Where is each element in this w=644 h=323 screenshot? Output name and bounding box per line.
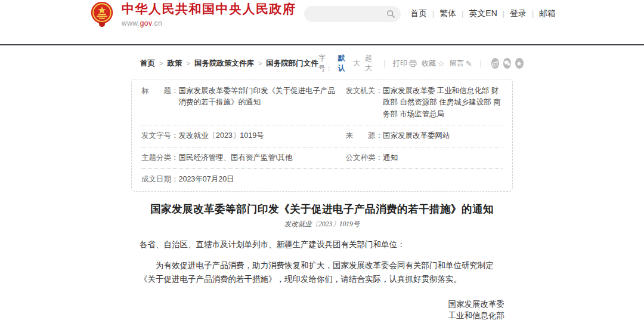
breadcrumb-separator: >	[186, 60, 190, 67]
wechat-icon	[504, 60, 511, 67]
search-box[interactable]	[304, 6, 401, 22]
nav-traditional[interactable]: 繁体	[439, 8, 456, 19]
salutation: 各省、自治区、直辖市及计划单列市、新疆生产建设兵团有关部门和单位：	[140, 238, 504, 251]
printer-icon	[409, 60, 417, 67]
breadcrumb-policy-library[interactable]: 国务院政策文件库	[194, 59, 254, 69]
brand-text: 中华人民共和国中央人民政府 www.gov.cn	[122, 1, 296, 27]
breadcrumb-policy[interactable]: 政策	[167, 59, 182, 69]
document-article: 国家发展改革委等部门印发《关于促进电子产品消费的若干措施》的通知 发改就业〔20…	[131, 202, 513, 323]
star-badge-icon	[516, 60, 522, 67]
toolbar-separator: |	[383, 59, 385, 67]
nav-home[interactable]: 首页	[410, 8, 427, 19]
meta-date-label: 成文日期：	[141, 174, 179, 185]
meta-issuer-label: 发文机关：	[345, 85, 383, 97]
top-navigation: 首页 | 繁体 | 英文EN | 登录 | 邮箱	[410, 8, 556, 19]
meta-row-refno: 发文字号： 发改就业〔2023〕1019号 来 源： 国家发展改革委网站	[141, 125, 503, 147]
meta-category-label: 主题分类：	[141, 152, 179, 164]
breadcrumb-separator: >	[258, 60, 262, 67]
site-header: 中华人民共和国中央人民政府 www.gov.cn 首页 | 繁体 | 英文EN …	[0, 0, 644, 44]
signature-line: 工业和信息化部	[140, 310, 504, 321]
meta-source-label: 来 源：	[345, 130, 383, 141]
meta-date-value: 2023年07月20日	[179, 174, 234, 185]
meta-refno-label: 发文字号：	[141, 130, 179, 141]
search-icon[interactable]	[386, 10, 395, 19]
fontsize-large-button[interactable]: 大	[353, 59, 360, 69]
site-url: www.gov.cn	[122, 19, 296, 27]
nav-mailbox[interactable]: 邮箱	[539, 8, 556, 19]
nav-separator: |	[432, 10, 434, 18]
meta-row-category: 主题分类： 国民经济管理、国有资产监管\其他 公文种类： 通知	[141, 147, 503, 169]
document-meta-table: 标 题： 国家发展改革委等部门印发《关于促进电子产品消费的若干措施》的通知 发文…	[131, 79, 513, 192]
breadcrumb-home[interactable]: 首页	[140, 59, 155, 69]
meta-doctype-label: 公文种类：	[345, 152, 383, 164]
meta-doctype-value: 通知	[383, 152, 398, 164]
site-logo-link[interactable]: 中华人民共和国中央人民政府 www.gov.cn	[88, 0, 296, 27]
meta-row-title: 标 题： 国家发展改革委等部门印发《关于促进电子产品消费的若干措施》的通知 发文…	[141, 81, 503, 125]
breadcrumb-department-docs[interactable]: 国务院部门文件	[266, 59, 318, 69]
meta-source-value: 国家发展改革委网站	[383, 130, 450, 141]
pencil-icon: ✎	[466, 59, 472, 68]
fontsize-label: 字号：	[318, 53, 335, 73]
main-content: 首页 > 政策 > 国务院政策文件库 > 国务院部门文件 字号： 默认 大 超大…	[131, 53, 513, 323]
fontsize-xlarge-button[interactable]: 超大	[365, 53, 376, 73]
comment-button[interactable]: 留言 ✎	[450, 59, 472, 69]
print-button[interactable]: 打印	[393, 59, 417, 69]
signature-line: 国家发展改革委	[140, 299, 504, 310]
breadcrumb-separator: >	[159, 60, 163, 67]
document-title: 国家发展改革委等部门印发《关于促进电子产品消费的若干措施》的通知	[140, 202, 504, 216]
favorite-button[interactable]: 收藏 ☆	[422, 59, 445, 69]
body-paragraph: 为有效促进电子产品消费，助力消费恢复和扩大，国家发展改革委会同有关部门和单位研究…	[140, 259, 504, 287]
meta-cell-doctype: 公文种类： 通知	[345, 152, 503, 164]
meta-cell-title: 标 题： 国家发展改革委等部门印发《关于促进电子产品消费的若干措施》的通知	[141, 85, 345, 120]
meta-cell-date: 成文日期： 2023年07月20日	[141, 174, 345, 185]
meta-row-date: 成文日期： 2023年07月20日	[141, 169, 503, 190]
page: 中华人民共和国中央人民政府 www.gov.cn 首页 | 繁体 | 英文EN …	[0, 0, 644, 323]
meta-cell-issuer: 发文机关： 国家发展改革委 工业和信息化部 财政部 自然资源部 住房城乡建设部 …	[345, 85, 503, 120]
meta-category-value: 国民经济管理、国有资产监管\其他	[179, 152, 293, 164]
breadcrumb-toolbar-row: 首页 > 政策 > 国务院政策文件库 > 国务院部门文件 字号： 默认 大 超大…	[131, 53, 513, 73]
meta-title-label: 标 题：	[141, 85, 179, 97]
fontsize-default-button[interactable]: 默认	[338, 53, 348, 73]
meta-cell-source: 来 源： 国家发展改革委网站	[345, 130, 503, 141]
nav-separator: |	[462, 10, 463, 18]
star-icon: ☆	[438, 59, 445, 68]
nav-english[interactable]: 英文EN	[469, 8, 497, 19]
meta-cell-refno: 发文字号： 发改就业〔2023〕1019号	[141, 130, 345, 141]
site-title: 中华人民共和国中央人民政府	[122, 1, 296, 17]
header-divider	[0, 44, 644, 45]
wechat-share-button[interactable]	[503, 58, 511, 69]
nav-login[interactable]: 登录	[510, 8, 527, 19]
national-emblem-icon	[88, 0, 116, 27]
favorite-share-button[interactable]	[515, 58, 523, 69]
meta-cell-category: 主题分类： 国民经济管理、国有资产监管\其他	[141, 152, 345, 164]
toolbar-separator: |	[480, 59, 482, 67]
signature-block: 国家发展改革委 工业和信息化部 财政部 自然资源部 住房城乡建设部 商务部 市场…	[140, 299, 504, 323]
document-number: 发改就业〔2023〕1019号	[140, 220, 504, 229]
meta-refno-value: 发改就业〔2023〕1019号	[179, 130, 264, 141]
weibo-share-button[interactable]	[491, 58, 499, 69]
page-toolbar: 字号： 默认 大 超大 | 打印 收藏 ☆	[318, 53, 524, 73]
breadcrumb: 首页 > 政策 > 国务院政策文件库 > 国务院部门文件	[140, 59, 318, 69]
meta-issuer-value: 国家发展改革委 工业和信息化部 财政部 自然资源部 住房城乡建设部 商务部 市场…	[383, 85, 503, 120]
nav-separator: |	[503, 10, 504, 18]
weibo-icon	[492, 60, 499, 67]
meta-title-value[interactable]: 国家发展改革委等部门印发《关于促进电子产品消费的若干措施》的通知	[179, 85, 339, 109]
nav-separator: |	[532, 10, 534, 18]
search-input[interactable]	[304, 6, 379, 22]
